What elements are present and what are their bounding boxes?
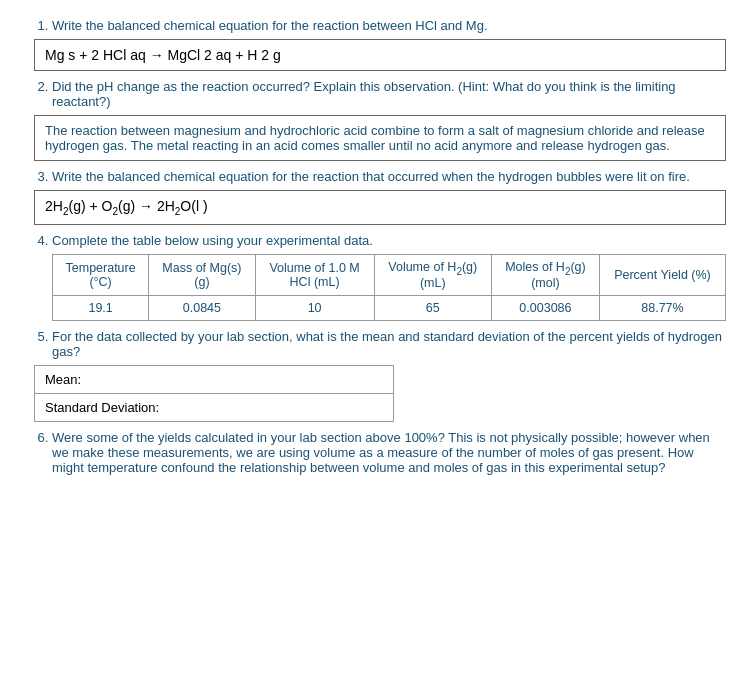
- mean-sd-box: Mean: Standard Deviation:: [34, 365, 394, 422]
- mean-label: Mean:: [35, 366, 393, 393]
- equation-3: 2H2(g) + O2(g) → 2H2O(l ): [45, 198, 208, 214]
- col-header-mol-h2: Moles of H2(g)(mol): [491, 254, 599, 296]
- cell-mol-h2: 0.003086: [491, 296, 599, 321]
- question-6-text: Were some of the yields calculated in yo…: [52, 430, 710, 475]
- question-2-answer-text: The reaction between magnesium and hydro…: [45, 123, 705, 153]
- sd-label: Standard Deviation:: [35, 394, 393, 421]
- question-3: Write the balanced chemical equation for…: [52, 169, 726, 225]
- question-1-answer: Mg s + 2 HCl aq → MgCl 2 aq + H 2 g: [34, 39, 726, 71]
- question-1: Write the balanced chemical equation for…: [52, 18, 726, 71]
- col-header-mass: Mass of Mg(s)(g): [149, 254, 255, 296]
- question-2: Did the pH change as the reaction occurr…: [52, 79, 726, 161]
- question-4: Complete the table below using your expe…: [52, 233, 726, 322]
- question-2-answer: The reaction between magnesium and hydro…: [34, 115, 726, 161]
- mean-row: Mean:: [35, 366, 393, 394]
- cell-temp: 19.1: [53, 296, 149, 321]
- col-header-vol-hcl: Volume of 1.0 MHCl (mL): [255, 254, 374, 296]
- question-4-text: Complete the table below using your expe…: [52, 233, 373, 248]
- question-5-text: For the data collected by your lab secti…: [52, 329, 722, 359]
- question-5: For the data collected by your lab secti…: [52, 329, 726, 422]
- data-table: Temperature(°C) Mass of Mg(s)(g) Volume …: [52, 254, 726, 322]
- cell-vol-h2: 65: [374, 296, 491, 321]
- question-3-answer: 2H2(g) + O2(g) → 2H2O(l ): [34, 190, 726, 225]
- cell-vol-hcl: 10: [255, 296, 374, 321]
- question-1-text: Write the balanced chemical equation for…: [52, 18, 488, 33]
- sd-row: Standard Deviation:: [35, 394, 393, 421]
- col-header-temp: Temperature(°C): [53, 254, 149, 296]
- question-3-text: Write the balanced chemical equation for…: [52, 169, 690, 184]
- col-header-yield: Percent Yield (%): [599, 254, 725, 296]
- table-row: 19.1 0.0845 10 65 0.003086 88.77%: [53, 296, 726, 321]
- col-header-vol-h2: Volume of H2(g)(mL): [374, 254, 491, 296]
- cell-yield: 88.77%: [599, 296, 725, 321]
- question-2-text: Did the pH change as the reaction occurr…: [52, 79, 676, 109]
- cell-mass: 0.0845: [149, 296, 255, 321]
- question-6: Were some of the yields calculated in yo…: [52, 430, 726, 475]
- equation-1: Mg s + 2 HCl aq → MgCl 2 aq + H 2 g: [45, 47, 281, 63]
